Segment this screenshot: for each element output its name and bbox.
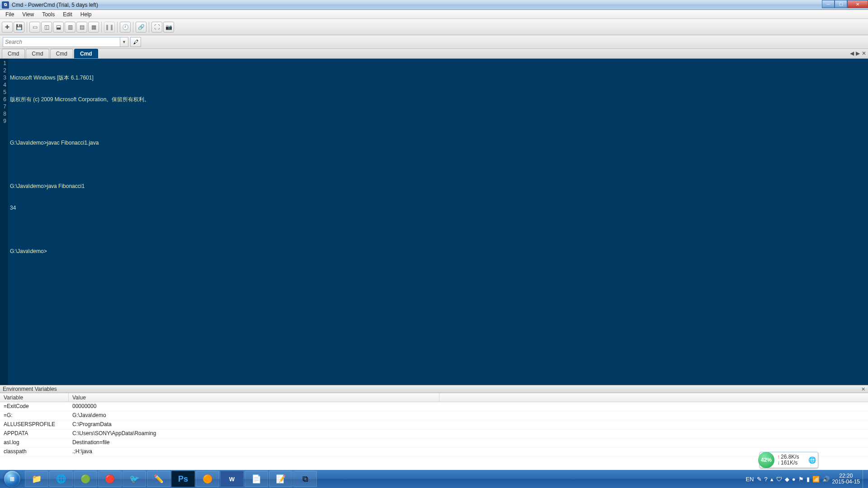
show-desktop-button[interactable]	[863, 470, 866, 488]
search-input[interactable]	[3, 37, 120, 47]
layout-3a-button[interactable]: ▥	[65, 22, 75, 33]
save-button[interactable]: 💾	[14, 22, 24, 33]
env-row[interactable]: ALLUSERSPROFILEC:\ProgramData	[0, 420, 868, 429]
menubar: File View Tools Edit Help	[0, 10, 868, 19]
network-widget-globe-icon[interactable]: 🌐	[808, 456, 816, 464]
tab-cmd-4[interactable]: Cmd	[74, 49, 98, 58]
history-button[interactable]: 🕘	[120, 22, 131, 33]
menu-tools[interactable]: Tools	[38, 10, 58, 19]
env-val: C:\Users\SONY\AppData\Roaming	[69, 429, 868, 438]
env-row[interactable]: asl.logDestination=file	[0, 438, 868, 447]
env-val: C:\ProgramData	[69, 420, 868, 429]
taskbar-browser[interactable]: 🟢	[74, 471, 97, 487]
tray-volume-icon[interactable]: 🔊	[822, 476, 830, 483]
menu-view[interactable]: View	[19, 10, 38, 19]
close-button[interactable]: ✕	[847, 0, 868, 8]
new-tab-button[interactable]: ✚	[2, 22, 13, 33]
layout-grid-button[interactable]: ▦	[88, 22, 99, 33]
terminal-content[interactable]: Microsoft Windows [版本 6.1.7601] 版权所有 (c)…	[8, 59, 151, 385]
taskbar-app-doc[interactable]: 📄	[245, 471, 268, 487]
env-header: Variable Value	[0, 393, 868, 402]
tab-prev-button[interactable]: ◀	[850, 50, 854, 56]
env-row[interactable]: APPDATAC:\Users\SONY\AppData\Roaming	[0, 429, 868, 438]
toolbar-separator	[27, 22, 27, 33]
taskbar-app-edit[interactable]: 📝	[269, 471, 292, 487]
minimize-button[interactable]: ─	[822, 0, 835, 8]
taskbar-app-note[interactable]: ✏️	[147, 471, 170, 487]
menu-help[interactable]: Help	[77, 10, 95, 19]
app-window: ⧉ Cmd - PowerCmd (Trial, 5 days left) ─ …	[0, 0, 868, 488]
search-highlight-button[interactable]: 🖍	[130, 37, 141, 47]
tray-pen-icon[interactable]: ✎	[757, 476, 762, 483]
terminal-line: Microsoft Windows [版本 6.1.7601]	[10, 74, 150, 81]
search-dropdown-button[interactable]: ▼	[120, 37, 128, 47]
env-var: APPDATA	[0, 429, 69, 438]
taskbar-app-orange[interactable]: 🟠	[196, 471, 219, 487]
tab-cmd-2[interactable]: Cmd	[26, 49, 49, 58]
env-var: asl.log	[0, 438, 69, 447]
env-panel-title[interactable]: Environment Variables ✕	[0, 385, 868, 393]
tray-battery-icon[interactable]: ▮	[807, 476, 810, 483]
fullscreen-button[interactable]: ⛶	[151, 22, 162, 33]
taskbar-powercmd[interactable]: ⧉	[293, 471, 317, 487]
tab-cmd-3[interactable]: Cmd	[50, 49, 73, 58]
taskbar-app-red[interactable]: 🔴	[98, 471, 122, 487]
terminal-line: G:\Java\demo>	[10, 248, 150, 255]
tab-next-button[interactable]: ▶	[856, 50, 860, 56]
tray-clock[interactable]: 22:20 2015-04-15	[832, 473, 860, 485]
taskbar-app-blue[interactable]: 🐦	[123, 471, 146, 487]
system-tray: EN ✎ ? ▴ 🛡 ◆ ● ⚑ ▮ 📶 🔊 22:20 2015-04-15	[745, 470, 868, 488]
layout-vert-button[interactable]: ◫	[41, 22, 52, 33]
link-button[interactable]: 🔗	[136, 22, 146, 33]
env-col-variable[interactable]: Variable	[0, 393, 69, 402]
terminal-line: G:\Java\demo>javac Fibonacci1.java	[10, 139, 150, 146]
env-val: .;H:\java	[69, 447, 868, 456]
network-widget[interactable]: 42% 26.8K/s 161K/s 🌐	[760, 452, 818, 468]
terminal[interactable]: 123456789 Microsoft Windows [版本 6.1.7601…	[0, 59, 868, 385]
env-panel-close-button[interactable]: ✕	[861, 386, 865, 392]
tray-app-icon[interactable]: ◆	[785, 476, 789, 483]
terminal-line: 版权所有 (c) 2009 Microsoft Corporation。保留所有…	[10, 96, 150, 103]
taskbar-photoshop[interactable]: Ps	[171, 471, 195, 487]
terminal-line	[10, 117, 150, 125]
menu-edit[interactable]: Edit	[59, 10, 76, 19]
taskbar-explorer[interactable]: 📁	[25, 471, 48, 487]
tab-controls: ◀ ▶ ✕	[850, 50, 866, 56]
screenshot-button[interactable]: 📷	[163, 22, 174, 33]
layout-3b-button[interactable]: ▤	[76, 22, 87, 33]
tray-chevron-icon[interactable]: ▴	[770, 476, 774, 483]
tabstrip: Cmd Cmd Cmd Cmd ◀ ▶ ✕	[0, 49, 868, 59]
taskbar-ie[interactable]: 🌐	[49, 471, 73, 487]
tray-network-icon[interactable]: 📶	[812, 476, 820, 483]
taskbar[interactable]: ⊞ 📁 🌐 🟢 🔴 🐦 ✏️ Ps 🟠 W 📄 📝 ⧉ EN ✎ ? ▴ 🛡 ◆…	[0, 470, 868, 488]
tray-flag-icon[interactable]: ⚑	[798, 476, 804, 483]
ime-indicator[interactable]: EN	[745, 476, 754, 483]
pause-button[interactable]: ❚❚	[104, 22, 115, 33]
titlebar[interactable]: ⧉ Cmd - PowerCmd (Trial, 5 days left) ─ …	[0, 0, 868, 10]
env-row[interactable]: classpath.;H:\java	[0, 447, 868, 456]
tab-close-button[interactable]: ✕	[862, 50, 866, 56]
taskbar-word[interactable]: W	[220, 471, 244, 487]
tray-shield-icon[interactable]: 🛡	[776, 476, 782, 483]
network-widget-percent: 42%	[758, 452, 774, 468]
download-speed: 161K/s	[777, 460, 799, 466]
terminal-line: G:\Java\demo>java Fibonacci1	[10, 183, 150, 190]
layout-single-button[interactable]: ▭	[29, 22, 40, 33]
env-var: =ExitCode	[0, 402, 69, 411]
env-col-value[interactable]: Value	[69, 393, 439, 402]
tray-date: 2015-04-15	[832, 479, 860, 485]
menu-file[interactable]: File	[2, 10, 18, 19]
maximize-button[interactable]: ☐	[835, 0, 847, 8]
start-button[interactable]: ⊞	[0, 470, 24, 488]
tray-help-icon[interactable]: ?	[764, 476, 768, 483]
tray-app2-icon[interactable]: ●	[792, 476, 796, 483]
env-row[interactable]: =ExitCode00000000	[0, 402, 868, 411]
tab-cmd-1[interactable]: Cmd	[2, 49, 25, 58]
env-var: ALLUSERSPROFILE	[0, 420, 69, 429]
windows-orb-icon: ⊞	[4, 471, 20, 487]
line-gutter: 123456789	[0, 59, 8, 385]
layout-horiz-button[interactable]: ⬓	[53, 22, 64, 33]
network-widget-speeds: 26.8K/s 161K/s	[777, 454, 799, 466]
terminal-line	[10, 161, 150, 168]
env-row[interactable]: =G:G:\Java\demo	[0, 411, 868, 420]
